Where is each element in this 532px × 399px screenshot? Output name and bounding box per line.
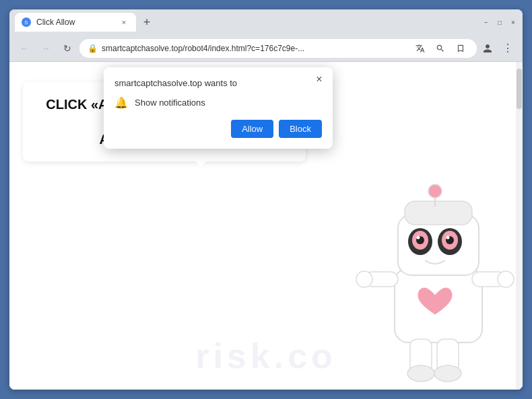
svg-point-22 bbox=[434, 365, 461, 382]
browser-window: S Click Allow × + − □ × ← → ↻ 🔒 smartcap… bbox=[9, 9, 523, 390]
svg-rect-4 bbox=[405, 201, 472, 225]
robot-illustration bbox=[347, 161, 523, 390]
menu-button[interactable]: ⋮ bbox=[498, 39, 517, 58]
tab-favicon: S bbox=[22, 17, 31, 27]
popup-permission: 🔔 Show notifications bbox=[114, 96, 322, 109]
popup-site-text: smartcaptchasolve.top wants to bbox=[114, 78, 322, 88]
watermark-text: risk.co bbox=[195, 336, 337, 376]
address-input[interactable]: 🔒 smartcaptchasolve.top/robot4/index.htm… bbox=[79, 39, 477, 58]
maximize-button[interactable]: □ bbox=[496, 18, 504, 26]
bookmark-icon[interactable] bbox=[453, 40, 469, 57]
active-tab[interactable]: S Click Allow × bbox=[15, 13, 136, 32]
permission-label: Show notifications bbox=[135, 98, 205, 108]
address-bar: ← → ↻ 🔒 smartcaptchasolve.top/robot4/ind… bbox=[9, 35, 523, 62]
tab-area: S Click Allow × + bbox=[15, 13, 479, 32]
title-bar: S Click Allow × + − □ × bbox=[9, 9, 523, 35]
svg-point-17 bbox=[356, 271, 372, 287]
svg-point-5 bbox=[428, 184, 442, 198]
content-area: risk.co pct CLICK «ALLOW» TO CONFIRM THA… bbox=[9, 62, 523, 390]
search-address-icon[interactable] bbox=[432, 40, 448, 57]
window-controls: − □ × bbox=[482, 18, 517, 26]
scrollbar-thumb[interactable] bbox=[517, 69, 522, 109]
forward-button[interactable]: → bbox=[36, 39, 55, 58]
scrollbar[interactable] bbox=[516, 62, 523, 390]
address-icons bbox=[412, 40, 469, 57]
tab-close-button[interactable]: × bbox=[119, 17, 129, 28]
refresh-button[interactable]: ↻ bbox=[58, 39, 77, 58]
allow-button[interactable]: Allow bbox=[231, 120, 273, 138]
svg-point-21 bbox=[407, 365, 434, 382]
bell-icon: 🔔 bbox=[114, 96, 128, 109]
svg-point-14 bbox=[446, 236, 450, 240]
notification-popup: × smartcaptchasolve.top wants to 🔔 Show … bbox=[104, 67, 333, 149]
new-tab-button[interactable]: + bbox=[139, 14, 155, 30]
back-button[interactable]: ← bbox=[15, 39, 34, 58]
close-button[interactable]: × bbox=[509, 18, 517, 26]
block-button[interactable]: Block bbox=[279, 120, 322, 138]
tab-title: Click Allow bbox=[36, 17, 113, 27]
popup-buttons: Allow Block bbox=[114, 120, 322, 138]
lock-icon: 🔒 bbox=[88, 44, 98, 53]
svg-point-18 bbox=[498, 271, 514, 287]
svg-point-13 bbox=[417, 236, 420, 240]
translate-icon[interactable] bbox=[412, 40, 428, 57]
popup-close-button[interactable]: × bbox=[312, 73, 326, 86]
minimize-button[interactable]: − bbox=[482, 18, 490, 26]
profile-icon[interactable] bbox=[479, 40, 496, 57]
url-text: smartcaptchasolve.top/robot4/index.html?… bbox=[102, 44, 408, 53]
